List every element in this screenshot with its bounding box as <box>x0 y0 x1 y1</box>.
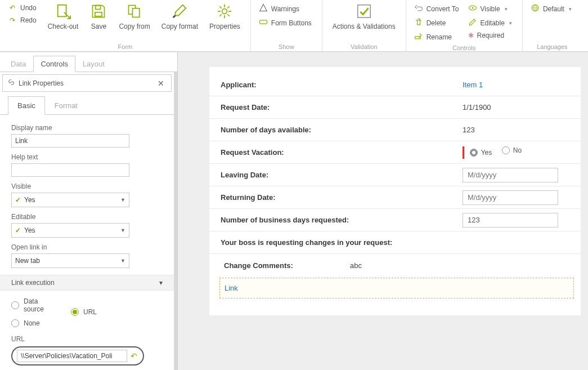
redo-icon: ↷ <box>8 16 17 25</box>
group-label-languages: Languages <box>527 42 577 50</box>
warnings-label: Warnings <box>271 5 299 13</box>
svg-line-13 <box>220 14 222 16</box>
biz-days-input[interactable] <box>463 213 558 228</box>
group-label-controls: Controls <box>411 43 518 51</box>
language-label: Default <box>543 5 564 13</box>
url-input[interactable] <box>17 350 127 362</box>
visible-button[interactable]: Visible▾ <box>466 2 514 15</box>
copyformat-button[interactable]: Copy format <box>156 0 204 30</box>
formbuttons-button[interactable]: Form Buttons <box>257 16 314 29</box>
required-label: Required <box>477 32 505 39</box>
language-default-button[interactable]: Default▾ <box>528 2 574 15</box>
convert-icon <box>414 3 423 14</box>
undo-button[interactable]: ↶ Undo <box>6 2 39 14</box>
tab-layout[interactable]: Layout <box>75 56 112 72</box>
selected-link-control[interactable]: Link <box>219 278 574 298</box>
copyfrom-icon <box>125 2 143 20</box>
trash-icon <box>414 17 423 28</box>
svg-rect-0 <box>58 5 66 17</box>
value-comments: abc <box>350 261 574 270</box>
radio-url[interactable]: URL <box>71 297 116 327</box>
undo-url-icon[interactable]: ↶ <box>129 351 138 360</box>
eye-icon <box>468 3 477 14</box>
group-label-form: Form <box>5 42 246 50</box>
radio-none[interactable]: None <box>11 319 56 327</box>
convert-button[interactable]: Convert To <box>412 2 461 15</box>
rename-button[interactable]: Rename <box>412 30 461 43</box>
checkout-button[interactable]: Check-out <box>42 0 84 30</box>
radio-no-label: No <box>513 146 522 154</box>
copyfrom-label: Copy from <box>119 23 150 30</box>
label-comments: Change Comments: <box>221 261 350 270</box>
required-button[interactable]: ✱ Required <box>466 30 514 41</box>
returning-date-input[interactable] <box>463 190 558 205</box>
undo-label: Undo <box>20 4 37 12</box>
editable-value: Yes <box>24 226 35 234</box>
panel-tabs: Data Controls Layout <box>0 52 177 72</box>
gear-icon <box>216 2 234 20</box>
copyformat-label: Copy format <box>161 23 198 30</box>
visible-select[interactable]: ✓Yes ▼ <box>11 193 129 207</box>
rename-icon <box>414 32 423 42</box>
radio-none-label: None <box>24 319 40 327</box>
value-applicant[interactable]: Item 1 <box>463 81 483 89</box>
svg-rect-14 <box>259 20 267 24</box>
ribbon-group-form: ↶ Undo ↷ Redo Check-out Save <box>0 0 251 51</box>
subtab-format[interactable]: Format <box>45 96 87 115</box>
copyfrom-button[interactable]: Copy from <box>113 0 155 30</box>
label-help-text: Help text <box>11 153 165 161</box>
close-panel-button[interactable]: ✕ <box>155 79 167 88</box>
chevron-down-icon: ▾ <box>159 279 163 287</box>
ribbon-group-validation: Actions & Validations Validation <box>322 0 406 51</box>
checkout-icon <box>54 2 72 20</box>
tab-data[interactable]: Data <box>3 56 33 72</box>
save-label: Save <box>91 23 106 30</box>
radio-ds-label: Data source <box>24 297 51 314</box>
convert-label: Convert To <box>427 5 459 13</box>
editable-select[interactable]: ✓Yes ▼ <box>11 223 129 238</box>
tab-controls[interactable]: Controls <box>33 56 75 72</box>
form-preview: Applicant: Item 1 Request Date: 1/1/1900… <box>209 67 581 315</box>
delete-button[interactable]: Delete <box>412 16 461 29</box>
group-label-validation: Validation <box>327 42 401 50</box>
pencil-icon <box>468 17 477 28</box>
actions-validations-button[interactable]: Actions & Validations <box>327 0 401 30</box>
leaving-date-input[interactable] <box>463 168 558 182</box>
subtab-basic[interactable]: Basic <box>8 96 45 115</box>
required-indicator <box>463 146 464 159</box>
label-url: URL <box>11 335 165 343</box>
link-control-text[interactable]: Link <box>225 284 238 292</box>
warnings-button[interactable]: Warnings <box>257 2 314 15</box>
form-buttons-icon <box>259 17 268 28</box>
radio-datasource[interactable]: Data source <box>11 297 56 314</box>
editable-button[interactable]: Editable▾ <box>466 16 514 29</box>
svg-line-12 <box>228 6 230 8</box>
warning-icon <box>259 3 268 14</box>
radio-yes[interactable]: Yes <box>470 149 492 157</box>
save-button[interactable]: Save <box>84 0 113 30</box>
save-icon <box>89 2 107 20</box>
formbuttons-label: Form Buttons <box>271 19 312 27</box>
properties-label: Properties <box>209 23 240 30</box>
svg-line-10 <box>220 6 222 8</box>
help-text-input[interactable] <box>11 163 129 177</box>
ribbon-group-languages: Default▾ Languages <box>523 0 582 51</box>
asterisk-icon: ✱ <box>468 32 474 39</box>
main-area: Data Controls Layout Link Properties ✕ <box>0 52 588 370</box>
ribbon-group-controls: Convert To Delete Rename <box>406 0 523 51</box>
ribbon-group-show: Warnings Form Buttons Show <box>251 0 322 51</box>
redo-button[interactable]: ↷ Redo <box>6 15 39 26</box>
label-leaving: Leaving Date: <box>221 171 463 179</box>
label-request-vacation: Request Vacation: <box>221 148 463 157</box>
open-in-select[interactable]: New tab ▼ <box>11 253 129 268</box>
link-execution-header[interactable]: Link execution ▾ <box>0 275 174 291</box>
svg-point-5 <box>222 9 227 14</box>
properties-button[interactable]: Properties <box>204 0 246 30</box>
label-visible: Visible <box>11 182 165 190</box>
radio-no[interactable]: No <box>502 146 522 154</box>
label-returning: Returning Date: <box>221 193 463 202</box>
label-days-available: Number of days available: <box>221 126 463 134</box>
form-canvas[interactable]: Applicant: Item 1 Request Date: 1/1/1900… <box>178 52 588 370</box>
display-name-input[interactable] <box>11 134 129 148</box>
editable-label: Editable <box>481 19 505 27</box>
